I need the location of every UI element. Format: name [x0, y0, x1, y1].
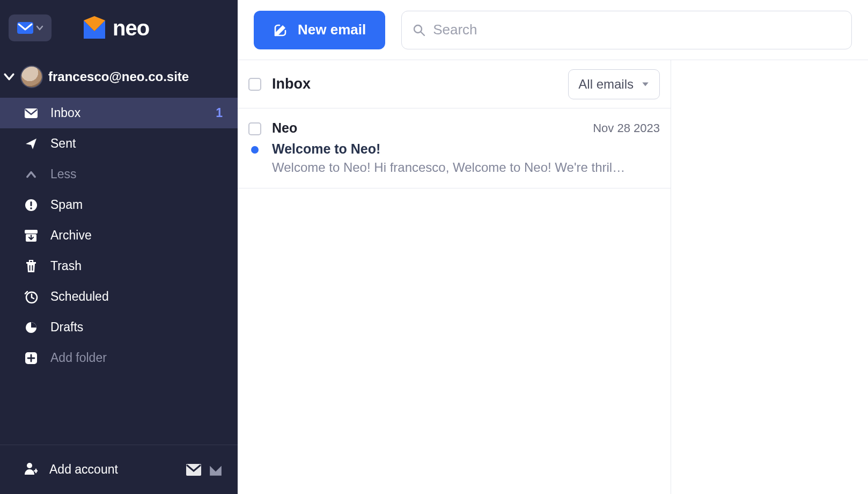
sidebar-item-archive[interactable]: Archive — [0, 220, 238, 251]
email-date: Nov 28 2023 — [593, 121, 660, 135]
gmail-icon[interactable] — [186, 464, 201, 476]
account-selector[interactable]: francesco@neo.co.site — [0, 56, 238, 98]
svg-rect-5 — [25, 230, 38, 234]
svg-rect-7 — [26, 262, 36, 264]
main-toolbar: New email — [238, 0, 868, 60]
sidebar-item-trash[interactable]: Trash — [0, 251, 238, 281]
main-area: New email Inbox All emails — [238, 0, 868, 494]
sidebar: neo francesco@neo.co.site Inbox 1 Sent — [0, 0, 238, 494]
new-email-label: New email — [298, 21, 366, 38]
filter-selected-label: All emails — [578, 77, 634, 92]
email-subject: Welcome to Neo! — [272, 141, 660, 157]
chevron-down-icon — [36, 24, 43, 32]
sidebar-footer: Add account — [0, 445, 238, 494]
add-folder-button[interactable]: Add folder — [0, 343, 238, 373]
sidebar-item-label: Spam — [50, 198, 223, 212]
neo-logo-icon — [82, 15, 107, 41]
trash-icon — [24, 259, 39, 273]
chevron-down-icon — [3, 71, 15, 83]
sidebar-item-sent[interactable]: Sent — [0, 128, 238, 159]
unread-indicator — [251, 146, 259, 154]
list-header: Inbox All emails — [238, 60, 671, 108]
svg-line-15 — [421, 32, 424, 35]
sidebar-item-label: Archive — [50, 228, 223, 243]
sidebar-item-scheduled[interactable]: Scheduled — [0, 281, 238, 312]
svg-point-12 — [27, 463, 32, 468]
svg-point-14 — [414, 25, 422, 33]
account-email: francesco@neo.co.site — [48, 69, 189, 84]
sidebar-item-inbox[interactable]: Inbox 1 — [0, 98, 238, 128]
neo-mini-icon[interactable] — [209, 463, 223, 477]
email-preview: Welcome to Neo! Hi francesco, Welcome to… — [272, 160, 660, 175]
sidebar-item-less[interactable]: Less — [0, 159, 238, 190]
content-row: Inbox All emails Neo Nov 28 2023 — [238, 60, 868, 494]
filter-dropdown[interactable]: All emails — [568, 69, 660, 99]
email-list-pane: Inbox All emails Neo Nov 28 2023 — [238, 60, 671, 494]
search-icon — [413, 24, 425, 37]
spam-icon — [24, 199, 39, 212]
add-account-icon — [24, 461, 38, 478]
reading-pane — [671, 60, 868, 494]
sent-icon — [24, 137, 39, 150]
email-checkbox[interactable] — [248, 122, 261, 135]
app-switcher[interactable] — [9, 14, 52, 41]
svg-rect-3 — [31, 201, 32, 206]
avatar — [20, 66, 43, 88]
inbox-icon — [24, 108, 39, 119]
select-all-checkbox[interactable] — [248, 78, 261, 91]
compose-icon — [273, 23, 288, 38]
mail-icon — [17, 21, 34, 34]
sidebar-item-label: Add folder — [50, 351, 223, 365]
add-account-button[interactable]: Add account — [49, 462, 174, 477]
email-list-item[interactable]: Neo Nov 28 2023 Welcome to Neo! Welcome … — [238, 108, 671, 188]
archive-icon — [24, 229, 39, 242]
clock-icon — [24, 290, 39, 304]
folder-list: Inbox 1 Sent Less Spam Archive — [0, 98, 238, 445]
chevron-down-icon — [641, 80, 650, 89]
chevron-up-icon — [24, 169, 39, 180]
unread-count: 1 — [216, 106, 223, 120]
brand-logo: neo — [82, 15, 149, 41]
new-email-button[interactable]: New email — [254, 11, 385, 49]
search-field[interactable] — [401, 11, 852, 49]
sidebar-item-drafts[interactable]: Drafts — [0, 312, 238, 343]
brand-name: neo — [113, 16, 149, 40]
drafts-icon — [24, 321, 39, 334]
sidebar-item-label: Scheduled — [50, 289, 223, 304]
sidebar-item-spam[interactable]: Spam — [0, 190, 238, 220]
search-input[interactable] — [433, 21, 841, 38]
plus-square-icon — [24, 352, 39, 365]
folder-title: Inbox — [272, 76, 557, 92]
svg-point-4 — [30, 207, 32, 209]
sidebar-item-label: Drafts — [50, 320, 223, 335]
sidebar-item-label: Less — [50, 167, 223, 181]
email-sender: Neo — [272, 120, 297, 136]
sidebar-item-label: Trash — [50, 259, 223, 273]
sidebar-topbar: neo — [0, 0, 238, 56]
sidebar-item-label: Inbox — [50, 106, 204, 120]
sidebar-item-label: Sent — [50, 136, 223, 151]
